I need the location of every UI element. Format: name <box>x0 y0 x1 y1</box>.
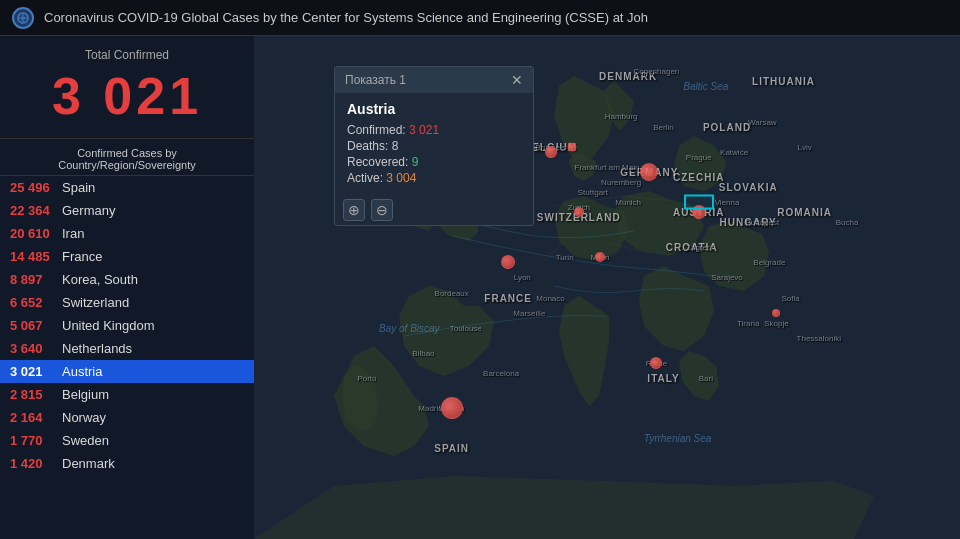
country-count: 14 485 <box>10 249 62 264</box>
popup-confirmed-value: 3 021 <box>409 123 439 137</box>
svg-marker-14 <box>254 476 874 539</box>
country-list-item[interactable]: 5 067United Kingdom <box>0 314 254 337</box>
case-dot[interactable] <box>595 252 605 262</box>
popup-recovered: Recovered: 9 <box>347 155 521 169</box>
case-dot[interactable] <box>574 207 584 217</box>
country-list-item[interactable]: 2 164Norway <box>0 406 254 429</box>
popup-active: Active: 3 004 <box>347 171 521 185</box>
country-list-item[interactable]: 14 485France <box>0 245 254 268</box>
country-count: 22 364 <box>10 203 62 218</box>
country-name: Korea, South <box>62 272 138 287</box>
popup-zoom-out-button[interactable]: ⊕ <box>343 199 365 221</box>
popup: Показать 1 ✕ Austria Confirmed: 3 021 De… <box>334 66 534 226</box>
country-name: Belgium <box>62 387 109 402</box>
country-name: Spain <box>62 180 95 195</box>
country-name: France <box>62 249 102 264</box>
country-list-item[interactable]: 1 420Denmark <box>0 452 254 475</box>
case-dot[interactable] <box>441 397 463 419</box>
country-name: Iran <box>62 226 84 241</box>
country-name: Switzerland <box>62 295 129 310</box>
country-list-item[interactable]: 2 815Belgium <box>0 383 254 406</box>
map-area: GERMANYFRANCESPAINITALYPOLANDCZECHIASLOV… <box>254 36 960 539</box>
app-title: Coronavirus COVID-19 Global Cases by the… <box>44 10 648 25</box>
country-list-item[interactable]: 8 897Korea, South <box>0 268 254 291</box>
country-count: 3 640 <box>10 341 62 356</box>
popup-zoom-in-button[interactable]: ⊖ <box>371 199 393 221</box>
country-list-item[interactable]: 3 640Netherlands <box>0 337 254 360</box>
case-dot[interactable] <box>501 255 515 269</box>
country-name: Germany <box>62 203 115 218</box>
case-dot[interactable] <box>772 309 780 317</box>
case-dot[interactable] <box>650 357 662 369</box>
country-count: 2 815 <box>10 387 62 402</box>
country-list-item[interactable]: 25 496Spain <box>0 176 254 199</box>
country-name: Sweden <box>62 433 109 448</box>
total-confirmed-box: Total Confirmed 3 021 <box>0 36 254 139</box>
sidebar: Total Confirmed 3 021 Confirmed Cases by… <box>0 36 254 539</box>
country-list-item[interactable]: 22 364Germany <box>0 199 254 222</box>
popup-header-label: Показать 1 <box>345 73 406 87</box>
app-logo <box>12 7 34 29</box>
country-name: Austria <box>62 364 102 379</box>
country-count: 25 496 <box>10 180 62 195</box>
popup-controls: ⊕ ⊖ <box>335 195 533 225</box>
country-name: Norway <box>62 410 106 425</box>
case-dot[interactable] <box>567 142 576 151</box>
popup-header: Показать 1 ✕ <box>335 67 533 93</box>
country-list-item[interactable]: 1 770Sweden <box>0 429 254 452</box>
total-confirmed-number: 3 021 <box>16 66 238 126</box>
country-list-item[interactable]: 3 021Austria <box>0 360 254 383</box>
country-name: United Kingdom <box>62 318 155 333</box>
country-count: 8 897 <box>10 272 62 287</box>
country-count: 1 770 <box>10 433 62 448</box>
country-count: 1 420 <box>10 456 62 471</box>
popup-recovered-value: 9 <box>412 155 419 169</box>
popup-active-value: 3 004 <box>386 171 416 185</box>
popup-deaths-value: 8 <box>392 139 399 153</box>
country-list-header: Confirmed Cases byCountry/Region/Soverei… <box>0 139 254 176</box>
country-count: 3 021 <box>10 364 62 379</box>
country-list-item[interactable]: 6 652Switzerland <box>0 291 254 314</box>
popup-deaths: Deaths: 8 <box>347 139 521 153</box>
country-count: 20 610 <box>10 226 62 241</box>
country-count: 2 164 <box>10 410 62 425</box>
total-confirmed-label: Total Confirmed <box>16 48 238 62</box>
country-name: Netherlands <box>62 341 132 356</box>
popup-confirmed: Confirmed: 3 021 <box>347 123 521 137</box>
country-name: Denmark <box>62 456 115 471</box>
case-dot[interactable] <box>545 146 557 158</box>
popup-content: Austria Confirmed: 3 021 Deaths: 8 Recov… <box>335 93 533 195</box>
case-dot[interactable] <box>640 163 658 181</box>
country-list-item[interactable]: 20 610Iran <box>0 222 254 245</box>
austria-highlight-box <box>684 194 714 209</box>
popup-country-name: Austria <box>347 101 521 117</box>
country-list: 25 496Spain22 364Germany20 610Iran14 485… <box>0 176 254 539</box>
popup-close-button[interactable]: ✕ <box>511 72 523 88</box>
country-count: 6 652 <box>10 295 62 310</box>
header: Coronavirus COVID-19 Global Cases by the… <box>0 0 960 36</box>
main-layout: Total Confirmed 3 021 Confirmed Cases by… <box>0 36 960 539</box>
country-count: 5 067 <box>10 318 62 333</box>
